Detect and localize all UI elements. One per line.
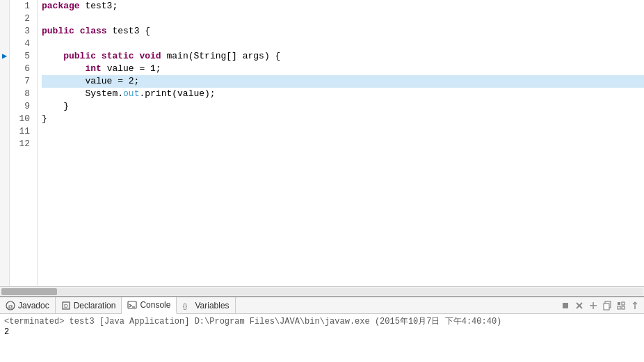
- svg-rect-17: [622, 306, 625, 309]
- gutter-line-3: [0, 25, 9, 38]
- stop-btn[interactable]: [559, 299, 572, 312]
- console-tab-label: Console: [140, 300, 170, 310]
- gutter-line-8: [0, 88, 9, 100]
- tab-console[interactable]: Console: [122, 297, 177, 314]
- line-numbers: 123456789101112: [10, 0, 38, 286]
- svg-rect-14: [618, 302, 620, 305]
- code-line-5: public static void main(String[] args) {: [42, 50, 644, 63]
- code-line-4: [42, 38, 644, 50]
- token: main(String[] args) {: [161, 51, 281, 61]
- javadoc-tab-icon: @: [6, 301, 15, 310]
- gutter-line-2: [0, 13, 9, 25]
- code-line-12: [42, 138, 644, 150]
- token: test3;: [80, 1, 118, 11]
- gutter-line-5: ▶: [0, 50, 9, 63]
- token: value = 2;: [42, 76, 139, 86]
- view-btn[interactable]: [615, 299, 627, 312]
- declaration-tab-icon: D: [61, 301, 71, 310]
- token: test3 {: [107, 26, 150, 36]
- token: class: [80, 26, 107, 36]
- token: .print(value);: [139, 88, 215, 99]
- svg-rect-16: [618, 306, 620, 309]
- gutter-line-4: [0, 38, 9, 50]
- tab-variables[interactable]: {}Variables: [177, 297, 235, 313]
- editor-panel: ▶ 123456789101112 package test3; public …: [0, 0, 644, 286]
- code-content[interactable]: package test3; public class test3 { publ…: [38, 0, 644, 286]
- variables-tab-label: Variables: [195, 301, 229, 310]
- code-line-1: package test3;: [42, 0, 644, 13]
- gutter-line-1: [0, 0, 9, 13]
- code-line-11: [42, 125, 644, 138]
- console-content: <terminated> test3 [Java Application] D:…: [0, 314, 644, 362]
- svg-text:@: @: [8, 304, 13, 310]
- line-number-2: 2: [10, 13, 33, 25]
- code-line-2: [42, 13, 644, 25]
- token: }: [42, 113, 47, 124]
- code-line-6: int value = 1;: [42, 63, 644, 75]
- token: out: [123, 88, 139, 99]
- line-number-9: 9: [10, 100, 33, 113]
- token: System.: [42, 88, 123, 99]
- code-line-8: System.out.print(value);: [42, 88, 644, 100]
- scrollbar-thumb[interactable]: [1, 288, 57, 295]
- gutter-line-7: [0, 75, 9, 88]
- line-number-5: 5: [10, 50, 33, 63]
- token: [42, 51, 63, 61]
- line-number-10: 10: [10, 113, 33, 125]
- arrow-marker: ▶: [2, 52, 7, 61]
- svg-rect-13: [604, 304, 609, 310]
- token: package: [42, 1, 80, 11]
- gutter-line-9: [0, 100, 9, 113]
- tab-declaration[interactable]: DDeclaration: [56, 297, 122, 313]
- svg-rect-7: [563, 303, 568, 308]
- svg-text:D: D: [64, 303, 68, 309]
- line-number-11: 11: [10, 125, 33, 138]
- bottom-panel: @JavadocDDeclarationConsole{}Variables <…: [0, 296, 644, 362]
- svg-text:{}: {}: [183, 303, 187, 310]
- line-number-12: 12: [10, 138, 33, 150]
- clear-btn[interactable]: [587, 299, 599, 312]
- gutter-line-10: [0, 113, 9, 125]
- gutter-line-11: [0, 125, 9, 138]
- line-number-6: 6: [10, 63, 33, 75]
- token: void: [139, 51, 161, 61]
- line-number-7: 7: [10, 75, 33, 88]
- token: static: [102, 51, 134, 61]
- horizontal-scrollbar[interactable]: [0, 286, 644, 296]
- code-line-9: }: [42, 100, 644, 113]
- line-number-8: 8: [10, 88, 33, 100]
- svg-rect-15: [622, 302, 625, 305]
- console-tab-icon: [127, 300, 137, 310]
- declaration-tab-label: Declaration: [74, 301, 116, 310]
- code-line-7: value = 2;: [42, 75, 644, 88]
- tab-toolbar: [559, 297, 644, 313]
- token: value = 1;: [102, 63, 161, 74]
- gutter-line-12: [0, 138, 9, 150]
- tab-bar: @JavadocDDeclarationConsole{}Variables: [0, 297, 644, 314]
- console-status-line: <terminated> test3 [Java Application] D:…: [4, 315, 640, 327]
- token: [74, 26, 80, 36]
- line-number-3: 3: [10, 25, 33, 38]
- pin-btn[interactable]: [629, 299, 641, 312]
- line-number-1: 1: [10, 0, 33, 13]
- remove-btn[interactable]: [573, 299, 586, 312]
- token: public: [63, 51, 96, 61]
- copy-btn[interactable]: [601, 299, 613, 312]
- gutter: ▶: [0, 0, 10, 286]
- code-line-10: }: [42, 113, 644, 125]
- token: [96, 51, 102, 61]
- line-number-4: 4: [10, 38, 33, 50]
- token: public: [42, 26, 74, 36]
- token: }: [42, 101, 69, 111]
- token: int: [85, 63, 101, 74]
- token: [42, 63, 85, 74]
- javadoc-tab-label: Javadoc: [18, 301, 49, 310]
- tab-javadoc[interactable]: @Javadoc: [0, 297, 56, 313]
- console-output: 2: [4, 327, 640, 337]
- variables-tab-icon: {}: [182, 301, 192, 310]
- gutter-line-6: [0, 63, 9, 75]
- code-line-3: public class test3 {: [42, 25, 644, 38]
